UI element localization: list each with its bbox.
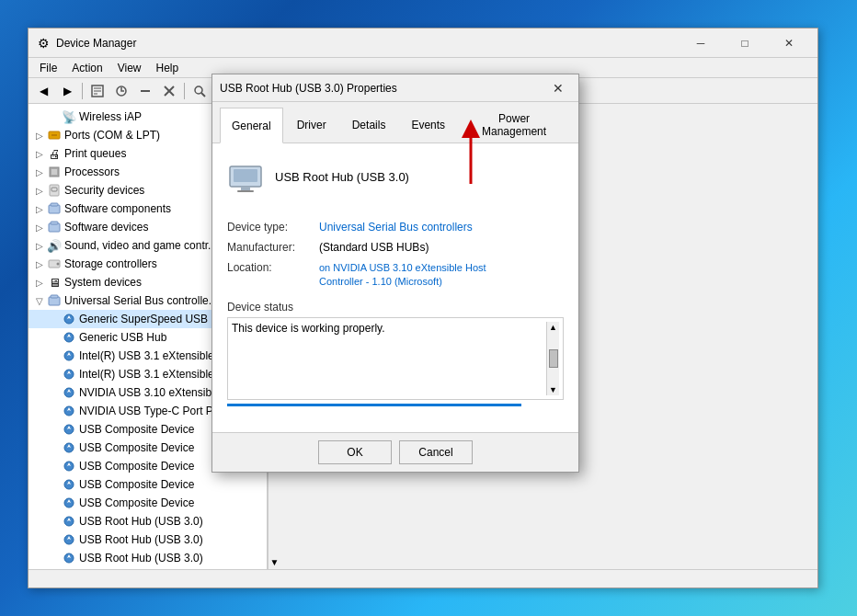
- expand-icon: [47, 532, 62, 547]
- device-icon: [47, 201, 62, 216]
- tree-item-label: NVIDIA USB 3.10 eXtensib...: [79, 386, 221, 399]
- dialog-footer: OK Cancel: [212, 432, 578, 472]
- tree-item-label: USB Composite Device: [79, 478, 194, 491]
- expand-icon: [47, 348, 62, 363]
- tree-item-label: USB Composite Device: [79, 460, 194, 473]
- uninstall-button[interactable]: [158, 81, 180, 101]
- expand-icon: ▷: [32, 165, 47, 179]
- tree-item-label: USB Root Hub (USB 3.0): [79, 515, 203, 528]
- properties-button[interactable]: [86, 81, 109, 101]
- tree-item-label: Wireless iAP: [79, 110, 142, 123]
- menu-view[interactable]: View: [110, 60, 149, 76]
- svg-rect-11: [51, 134, 57, 136]
- tree-item-label: Intel(R) USB 3.1 eXtensible...: [79, 349, 223, 362]
- forward-button[interactable]: ▶: [56, 81, 78, 101]
- tab-general[interactable]: General: [220, 108, 283, 143]
- tab-power-management[interactable]: Power Management: [459, 108, 569, 143]
- menu-help[interactable]: Help: [149, 60, 187, 76]
- device-icon: [47, 165, 62, 179]
- svg-rect-13: [51, 169, 57, 175]
- menu-action[interactable]: Action: [64, 60, 109, 76]
- svg-point-8: [195, 86, 202, 94]
- status-scroll-up[interactable]: ▲: [549, 323, 557, 332]
- list-item[interactable]: USB Root Hub (USB 3.0): [29, 512, 267, 530]
- tree-item-label: USB Root Hub (USB 3.0): [79, 552, 203, 565]
- status-scroll-thumb[interactable]: [549, 349, 558, 368]
- expand-icon: ▷: [32, 183, 47, 198]
- maximize-button[interactable]: □: [724, 30, 766, 56]
- status-scroll-down[interactable]: ▼: [549, 385, 557, 394]
- tree-item-label: Generic USB Hub: [79, 331, 166, 344]
- usb-hub-icon: [62, 312, 76, 326]
- tab-details[interactable]: Details: [340, 108, 398, 143]
- dialog-title: USB Root Hub (USB 3.0) Properties: [220, 82, 545, 95]
- tree-item-label: Sound, video and game contr...: [64, 239, 217, 252]
- device-icon: 📡: [62, 109, 76, 124]
- expand-icon: [47, 330, 62, 345]
- cancel-button[interactable]: Cancel: [399, 440, 473, 464]
- expand-icon: [47, 459, 62, 473]
- properties-dialog: USB Root Hub (USB 3.0) Properties ✕ Gene…: [211, 74, 579, 473]
- status-text: This device is working properly.: [232, 322, 546, 395]
- dialog-close-button[interactable]: ✕: [545, 78, 571, 98]
- expand-icon: ▷: [32, 220, 47, 234]
- back-button[interactable]: ◀: [32, 81, 54, 101]
- device-large-icon: [227, 158, 264, 195]
- expand-icon: ▽: [32, 293, 47, 308]
- svg-rect-19: [51, 222, 58, 224]
- scan-button[interactable]: [189, 81, 211, 101]
- manufacturer-label: Manufacturer:: [227, 241, 319, 254]
- tree-item-label: USB Composite Device: [79, 423, 194, 436]
- separator-2: [184, 83, 185, 99]
- expand-icon: ▷: [32, 275, 47, 290]
- tree-item-label: USB Composite Device: [79, 496, 194, 509]
- list-item[interactable]: USB Root Hub (USB 3.0): [29, 530, 267, 549]
- device-icon: [62, 477, 76, 492]
- device-icon: [62, 532, 76, 547]
- list-item[interactable]: USB Composite Device: [29, 475, 267, 494]
- expand-icon: [47, 312, 62, 326]
- tree-item-label: System devices: [64, 276, 142, 289]
- close-button[interactable]: ✕: [768, 30, 810, 56]
- tree-item-label: Universal Serial Bus controlle...: [64, 294, 218, 307]
- list-item[interactable]: USB Composite Device: [29, 494, 267, 512]
- svg-rect-17: [51, 203, 58, 206]
- tree-item-label: Storage controllers: [64, 257, 157, 270]
- app-icon: ⚙: [36, 36, 51, 51]
- device-icon: [47, 220, 62, 234]
- device-icon: [62, 459, 76, 473]
- manufacturer-row: Manufacturer: (Standard USB HUBs): [227, 241, 564, 254]
- status-bar: [29, 569, 817, 587]
- separator-1: [82, 83, 83, 99]
- location-label: Location:: [227, 261, 319, 290]
- dialog-title-bar: USB Root Hub (USB 3.0) Properties ✕: [212, 74, 578, 102]
- tab-driver[interactable]: Driver: [285, 108, 338, 143]
- device-icon: [62, 422, 76, 437]
- device-header: USB Root Hub (USB 3.0): [227, 158, 564, 206]
- minimize-button[interactable]: ─: [680, 30, 722, 56]
- tree-item-label: USB Composite Device: [79, 441, 194, 454]
- device-icon: [62, 367, 76, 382]
- device-icon: [62, 404, 76, 418]
- expand-icon: [47, 367, 62, 382]
- expand-icon: ▷: [32, 201, 47, 216]
- scroll-down-arrow[interactable]: ▼: [270, 557, 280, 567]
- device-name: USB Root Hub (USB 3.0): [275, 170, 409, 184]
- location-row: Location: on NVIDIA USB 3.10 eXtensible …: [227, 261, 564, 290]
- disable-button[interactable]: [134, 81, 156, 101]
- ok-button[interactable]: OK: [318, 440, 392, 464]
- device-info-table: Device type: Universal Serial Bus contro…: [227, 221, 564, 290]
- device-icon: [47, 183, 62, 198]
- tab-events[interactable]: Events: [399, 108, 457, 143]
- window-controls: ─ □ ✕: [680, 30, 810, 56]
- svg-rect-41: [237, 190, 254, 192]
- expand-icon: [47, 551, 62, 565]
- update-driver-button[interactable]: [110, 81, 132, 101]
- list-item[interactable]: USB Root Hub (USB 3.0): [29, 549, 267, 567]
- expand-icon: ▷: [32, 257, 47, 271]
- tree-item-label: NVIDIA USB Type-C Port P...: [79, 405, 221, 417]
- menu-file[interactable]: File: [32, 60, 64, 76]
- device-icon: [62, 514, 76, 529]
- device-icon: [62, 496, 76, 510]
- status-scrollbar[interactable]: ▲ ▼: [546, 322, 559, 395]
